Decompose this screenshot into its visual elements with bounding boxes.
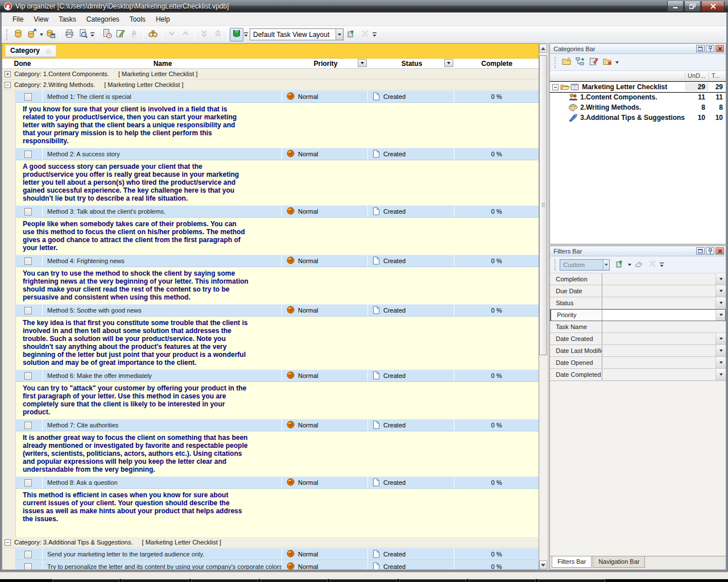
table-row[interactable]: Method 6: Make the offer immediatelyNorm… xyxy=(2,369,539,382)
db-open-button[interactable] xyxy=(25,28,39,41)
task-checkbox[interactable] xyxy=(24,208,32,215)
expand-icon[interactable]: + xyxy=(5,71,11,77)
category-delete-button[interactable] xyxy=(601,56,614,69)
task-checkbox[interactable] xyxy=(24,479,32,487)
collapse-icon[interactable]: − xyxy=(552,84,559,90)
taskbar-button[interactable] xyxy=(191,579,258,582)
panel-pin-icon[interactable] xyxy=(706,247,714,255)
panel-pin-icon[interactable] xyxy=(706,45,714,52)
print-preview-button[interactable] xyxy=(76,28,90,41)
filter-dropdown-button[interactable] xyxy=(715,345,726,356)
taskbar-button[interactable] xyxy=(122,579,189,582)
minimize-button[interactable] xyxy=(667,1,684,12)
column-header-name[interactable]: Name xyxy=(43,59,283,68)
taskbar-button[interactable] xyxy=(399,579,466,582)
panel-restore-icon[interactable] xyxy=(696,247,705,255)
filter-value-field[interactable] xyxy=(602,345,715,356)
filter-row-date-last-modified[interactable]: Date Last Modified xyxy=(550,345,726,357)
category-tree-item[interactable]: −Marketing Letter Checklist2929 xyxy=(550,82,726,92)
column-total[interactable]: T... xyxy=(709,71,726,80)
menu-tools[interactable]: Tools xyxy=(125,13,151,26)
taskbar-button[interactable] xyxy=(52,579,119,582)
task-checkbox[interactable] xyxy=(24,372,32,380)
filter-value-field[interactable] xyxy=(602,297,715,309)
task-checkbox[interactable] xyxy=(24,551,32,558)
table-row[interactable]: Send your marketing letter to the target… xyxy=(2,548,539,560)
restore-button[interactable] xyxy=(684,1,701,12)
column-header-complete[interactable]: Complete xyxy=(455,59,539,68)
filter-value-field[interactable] xyxy=(602,309,715,321)
filter-row-priority[interactable]: Priority xyxy=(550,309,726,321)
filter-value-field[interactable] xyxy=(602,321,726,332)
group-by-category-chip[interactable]: Category xyxy=(5,45,56,57)
task-checkbox[interactable] xyxy=(24,307,32,314)
column-header-status[interactable]: Status xyxy=(369,59,455,68)
combo-dropdown-icon[interactable] xyxy=(336,29,343,40)
title-bar[interactable]: Vip organizer [C:\Users\dmitry\Desktop\M… xyxy=(0,0,728,13)
filter-value-field[interactable] xyxy=(602,357,715,368)
filter-value-field[interactable] xyxy=(602,333,715,344)
task-new-button[interactable] xyxy=(100,28,114,41)
category-group-row[interactable]: −Category: 3.Additional Tips & Suggestio… xyxy=(2,537,539,548)
task-checkbox[interactable] xyxy=(24,257,32,265)
scrollbar-thumb[interactable] xyxy=(539,55,547,355)
layout-combobox[interactable]: Default Task View Layout xyxy=(250,28,344,40)
filter-row-date-completed[interactable]: Date Completed xyxy=(550,369,726,381)
vertical-scrollbar[interactable] xyxy=(539,43,548,570)
toolbar-overflow-icon[interactable] xyxy=(659,259,664,271)
print-button[interactable] xyxy=(63,28,76,41)
filter-load-button[interactable] xyxy=(613,258,627,272)
filter-value-field[interactable] xyxy=(602,369,715,380)
menu-view[interactable]: View xyxy=(28,13,53,26)
eraser-button[interactable] xyxy=(632,258,646,272)
tab-filters-bar[interactable]: Filters Bar xyxy=(552,556,592,568)
close-button[interactable] xyxy=(701,1,725,12)
filter-dropdown-button[interactable] xyxy=(715,357,726,368)
menu-categories[interactable]: Categories xyxy=(81,13,125,26)
table-row[interactable]: Method 7: Cite authoritiesNormalCreated0… xyxy=(2,419,539,431)
taskbar-button[interactable] xyxy=(330,579,397,582)
panel-close-icon[interactable] xyxy=(715,45,724,52)
menu-help[interactable]: Help xyxy=(151,13,175,26)
filter-dropdown-button[interactable] xyxy=(715,297,726,309)
task-checkbox[interactable] xyxy=(24,422,32,429)
task-edit-button[interactable] xyxy=(114,28,127,41)
filter-value-field[interactable] xyxy=(602,273,715,285)
filter-dropdown-button[interactable] xyxy=(715,273,726,285)
filter-row-date-created[interactable]: Date Created xyxy=(550,333,726,345)
table-row[interactable]: Method 8: Ask a questionNormalCreated0 % xyxy=(2,476,539,489)
panel-restore-icon[interactable] xyxy=(696,45,705,52)
status-filter-button[interactable] xyxy=(444,59,453,67)
category-tree-item[interactable]: 2.Writing Methods.88 xyxy=(550,102,726,113)
category-group-row[interactable]: +Category: 1.Content Components.[ Market… xyxy=(2,69,539,80)
table-row[interactable]: Method 3: Talk about the client's proble… xyxy=(2,205,539,218)
db-new-button[interactable] xyxy=(11,28,25,41)
table-row[interactable]: Try to personalize the letter and its co… xyxy=(2,560,539,569)
filter-row-task-name[interactable]: Task Name xyxy=(550,321,726,333)
toolbar-overflow-icon[interactable] xyxy=(90,28,95,41)
tab-navigation-bar[interactable]: Navigation Bar xyxy=(593,556,645,568)
filter-row-status[interactable]: Status xyxy=(550,297,726,309)
subcategory-new-button[interactable] xyxy=(573,56,587,69)
menu-tasks[interactable]: Tasks xyxy=(53,13,81,26)
db-save-button[interactable] xyxy=(44,28,57,41)
filter-row-completion[interactable]: Completion xyxy=(550,273,726,285)
column-header-done[interactable]: Done xyxy=(2,59,43,68)
taskbar-button[interactable] xyxy=(260,579,328,582)
filter-dropdown-button[interactable] xyxy=(715,369,726,380)
category-group-row[interactable]: −Category: 2.Writing Methods.[ Marketing… xyxy=(2,80,539,90)
category-edit-button[interactable] xyxy=(587,56,601,69)
collapse-icon[interactable]: − xyxy=(5,539,11,546)
filter-dropdown-button[interactable] xyxy=(715,309,726,321)
task-checkbox[interactable] xyxy=(24,93,32,101)
taskbar-button[interactable] xyxy=(538,579,605,582)
category-tree-item[interactable]: 3.Additional Tips & Suggestions1010 xyxy=(550,113,726,123)
filter-dropdown-button[interactable] xyxy=(715,333,726,344)
dropdown-caret-icon[interactable] xyxy=(614,56,619,69)
table-row[interactable]: Method 5: Soothe with good newsNormalCre… xyxy=(2,304,539,317)
scroll-up-button[interactable] xyxy=(539,44,547,53)
layout-import-button[interactable] xyxy=(345,28,358,41)
column-undone[interactable]: UnD... xyxy=(685,71,709,80)
column-header-priority[interactable]: Priority xyxy=(283,59,369,68)
filter-dropdown-button[interactable] xyxy=(715,285,726,297)
